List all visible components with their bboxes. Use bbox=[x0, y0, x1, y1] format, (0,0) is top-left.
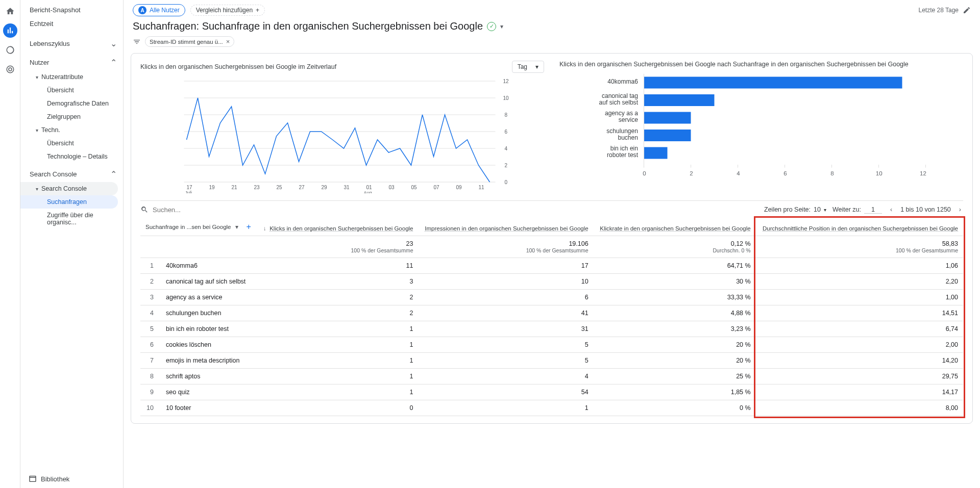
sidebar-item-organic[interactable]: Zugriffe über die organisc... bbox=[20, 209, 123, 229]
date-range[interactable]: Letzte 28 Tage bbox=[918, 7, 959, 14]
table-row[interactable]: 7emojis in meta description1520 %14,20 bbox=[140, 353, 963, 369]
sidebar-item-realtime[interactable]: Echtzeit bbox=[20, 17, 123, 31]
row-clicks: 2 bbox=[257, 305, 418, 321]
sidebar-item-techdetails[interactable]: Technologie – Details bbox=[20, 150, 123, 163]
content-card: Klicks in den organischen Suchergebnisse… bbox=[131, 53, 973, 424]
add-dimension-icon[interactable]: + bbox=[242, 222, 251, 232]
chevron-down-icon[interactable]: ▾ bbox=[235, 223, 238, 230]
sidebar-item-user[interactable]: Nutzer⌃ bbox=[20, 55, 123, 70]
svg-text:03: 03 bbox=[389, 185, 395, 190]
svg-text:19: 19 bbox=[209, 185, 215, 190]
chip-add-compare[interactable]: Vergleich hinzufügen + bbox=[190, 5, 265, 16]
chip-all-users[interactable]: A Alle Nutzer bbox=[133, 4, 185, 16]
table-row[interactable]: 9seo quiz1541,85 %14,17 bbox=[140, 384, 963, 400]
svg-text:4: 4 bbox=[505, 146, 508, 151]
svg-text:Aug.: Aug. bbox=[364, 190, 374, 193]
prev-page-icon[interactable]: ‹ bbox=[888, 205, 894, 214]
sidebar-library[interactable]: Bibliothek bbox=[20, 470, 123, 488]
row-query: emojis in meta description bbox=[161, 353, 257, 369]
goto-value: 1 bbox=[864, 206, 882, 214]
sidebar-item-overview2[interactable]: Übersicht bbox=[20, 137, 123, 150]
row-ctr: 4,88 % bbox=[594, 305, 756, 321]
row-index: 1 bbox=[140, 258, 161, 274]
svg-point-2 bbox=[9, 68, 12, 71]
search-input[interactable] bbox=[153, 206, 764, 214]
chevron-down-icon[interactable]: ▾ bbox=[500, 23, 503, 30]
sidebar-item-tech[interactable]: ▾Techn. bbox=[20, 123, 123, 137]
advertising-icon[interactable] bbox=[3, 62, 17, 76]
verified-icon[interactable]: ✓ bbox=[487, 22, 496, 31]
col-position[interactable]: Durchschnittliche Position in den organi… bbox=[756, 218, 963, 236]
close-icon[interactable]: × bbox=[226, 38, 230, 45]
totals-row: 23100 % der Gesamtsumme 19.106100 % der … bbox=[140, 236, 963, 258]
filter-chip-stream[interactable]: Stream-ID stimmt genau ü... × bbox=[145, 36, 234, 47]
next-page-icon[interactable]: › bbox=[957, 205, 963, 214]
svg-text:05: 05 bbox=[411, 185, 418, 190]
row-index: 9 bbox=[140, 384, 161, 400]
row-position: 14,20 bbox=[756, 353, 963, 369]
svg-text:29: 29 bbox=[322, 185, 328, 190]
edit-icon[interactable] bbox=[963, 6, 971, 14]
explore-icon[interactable] bbox=[3, 43, 17, 57]
data-table: Suchanfrage in ...sen bei Google ▾ + ↓ K… bbox=[140, 218, 963, 416]
row-ctr: 30 % bbox=[594, 274, 756, 290]
goto-page[interactable]: Weiter zu: 1 bbox=[832, 206, 882, 214]
home-icon[interactable] bbox=[3, 4, 17, 18]
table-row[interactable]: 8schrift aptos1425 %29,75 bbox=[140, 369, 963, 384]
table-row[interactable]: 3agency as a service2633,33 %1,00 bbox=[140, 290, 963, 305]
row-clicks: 3 bbox=[257, 274, 418, 290]
row-clicks: 0 bbox=[257, 400, 418, 416]
row-query: 10 footer bbox=[161, 400, 257, 416]
table-row[interactable]: 2canonical tag auf sich selbst31030 %2,2… bbox=[140, 274, 963, 290]
sidebar-item-searchconsole-group[interactable]: Search Console⌃ bbox=[20, 166, 123, 182]
table-toolbar: Zeilen pro Seite: 10 ▾ Weiter zu: 1 ‹ 1 … bbox=[140, 200, 963, 218]
line-chart: 12 10 8 6 4 2 0 17Juli 19 bbox=[140, 76, 544, 193]
row-impressions: 41 bbox=[418, 305, 593, 321]
sidebar-item-searchconsole[interactable]: ▾Search Console bbox=[20, 182, 118, 195]
filter-chip-label: Stream-ID stimmt genau ü... bbox=[150, 39, 223, 45]
table-row[interactable]: 6cookies löschen1520 %2,00 bbox=[140, 337, 963, 353]
table-row[interactable]: 4schulungen buchen2414,88 %14,51 bbox=[140, 305, 963, 321]
sidebar-item-overview1[interactable]: Übersicht bbox=[20, 84, 123, 97]
svg-point-1 bbox=[7, 66, 14, 73]
row-impressions: 4 bbox=[418, 369, 593, 384]
line-chart-panel: Klicks in den organischen Suchergebnisse… bbox=[140, 61, 544, 193]
svg-text:service: service bbox=[619, 116, 638, 123]
svg-text:auf sich selbst: auf sich selbst bbox=[599, 99, 639, 106]
bar-chart-panel: Klicks in den organischen Suchergebnisse… bbox=[559, 61, 963, 193]
sidebar-item-userattr[interactable]: ▾Nutzerattribute bbox=[20, 70, 123, 84]
rows-per-page[interactable]: Zeilen pro Seite: 10 ▾ bbox=[764, 206, 826, 213]
sidebar-item-demographics[interactable]: Demografische Daten bbox=[20, 97, 123, 110]
row-ctr: 0 % bbox=[594, 400, 756, 416]
col-ctr[interactable]: Klickrate in den organischen Suchergebni… bbox=[594, 218, 756, 236]
page-range: 1 bis 10 von 1250 bbox=[900, 206, 951, 213]
svg-rect-41 bbox=[644, 112, 691, 124]
reports-icon[interactable] bbox=[3, 23, 17, 38]
sidebar-item-snapshot[interactable]: Bericht-Snapshot bbox=[20, 3, 123, 17]
svg-text:23: 23 bbox=[254, 185, 260, 190]
row-clicks: 11 bbox=[257, 258, 418, 274]
all-users-badge: A bbox=[138, 6, 146, 14]
sidebar: Bericht-Snapshot Echtzeit Lebenszyklus⌄ … bbox=[20, 0, 124, 488]
granularity-selector[interactable]: Tag ▾ bbox=[512, 61, 544, 73]
line-chart-title: Klicks in den organischen Suchergebnisse… bbox=[140, 63, 336, 70]
library-icon bbox=[29, 475, 37, 483]
table-row[interactable]: 5bin ich ein roboter test1313,23 %6,74 bbox=[140, 321, 963, 337]
col-impressions[interactable]: Impressionen in den organischen Sucherge… bbox=[418, 218, 593, 236]
sidebar-item-audiences[interactable]: Zielgruppen bbox=[20, 110, 123, 123]
sidebar-item-queries[interactable]: Suchanfragen bbox=[20, 195, 118, 209]
table-row[interactable]: 1010 footer010 %8,00 bbox=[140, 400, 963, 416]
filter-icon[interactable] bbox=[133, 38, 141, 46]
dimension-selector[interactable]: Suchanfrage in ...sen bei Google bbox=[145, 224, 231, 230]
title-row: Suchanfragen: Suchanfrage in den organis… bbox=[124, 18, 980, 36]
row-ctr: 25 % bbox=[594, 369, 756, 384]
row-ctr: 20 % bbox=[594, 353, 756, 369]
row-index: 3 bbox=[140, 290, 161, 305]
row-clicks: 1 bbox=[257, 384, 418, 400]
col-clicks[interactable]: ↓ Klicks in den organischen Suchergebnis… bbox=[257, 218, 418, 236]
row-index: 2 bbox=[140, 274, 161, 290]
sidebar-item-lifecycle[interactable]: Lebenszyklus⌄ bbox=[20, 36, 123, 52]
row-query: seo quiz bbox=[161, 384, 257, 400]
table-row[interactable]: 140komma6111764,71 %1,06 bbox=[140, 258, 963, 274]
search-icon[interactable] bbox=[140, 206, 149, 214]
